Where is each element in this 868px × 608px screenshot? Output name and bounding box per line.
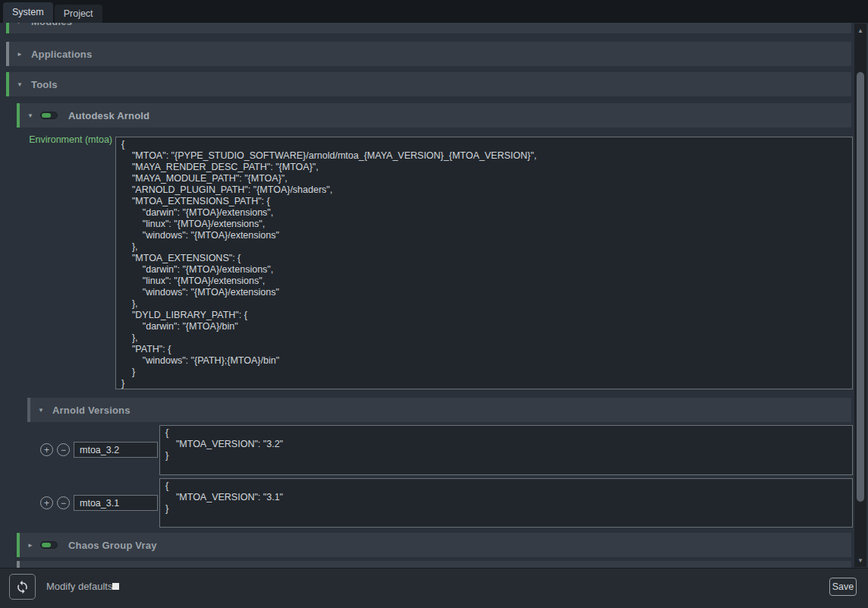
section-title-chaos-group-vray: Chaos Group Vray [68, 540, 157, 551]
footer-bar [0, 568, 868, 608]
scroll-up-icon[interactable]: ▲ [854, 25, 866, 36]
collapse-arrow-icon: ► [17, 23, 25, 25]
modify-defaults-label: Modify defaults [46, 581, 112, 592]
version-json-editor[interactable]: { "MTOA_VERSION": "3.1" } [159, 478, 853, 528]
version-key-input[interactable] [74, 495, 158, 511]
section-title-tools: Tools [31, 79, 58, 90]
section-title-applications: Applications [31, 49, 92, 60]
section-header-applications[interactable]: ► Applications [6, 42, 851, 66]
section-header-chaos-group-vray[interactable]: ► Chaos Group Vray [17, 533, 851, 557]
section-title-autodesk-arnold: Autodesk Arnold [68, 110, 149, 121]
expand-arrow-icon: ▼ [38, 407, 46, 414]
vray-enabled-toggle[interactable] [40, 541, 58, 549]
modify-defaults-checkbox[interactable] [112, 583, 119, 590]
toggle-knob [42, 543, 51, 547]
section-header-modules[interactable]: ► Modules [6, 23, 851, 33]
remove-item-button[interactable]: − [57, 496, 70, 509]
section-header-tools[interactable]: ▼ Tools [6, 72, 851, 96]
section-header-arnold-versions[interactable]: ▼ Arnold Versions [27, 398, 851, 422]
clipped-next-section-header[interactable] [17, 561, 851, 568]
vertical-scrollbar[interactable]: ▲ ▼ [854, 24, 866, 567]
settings-scroll-area: ► Modules ► Applications ▼ Tools ▼ Autod… [0, 23, 868, 568]
save-button[interactable]: Save [829, 578, 857, 596]
settings-window: System Project ► Modules ► Applications … [0, 0, 868, 608]
tab-system[interactable]: System [3, 2, 53, 23]
scrollbar-thumb[interactable] [857, 72, 864, 502]
sync-icon [15, 580, 30, 594]
scroll-down-icon[interactable]: ▼ [854, 555, 866, 565]
section-header-autodesk-arnold[interactable]: ▼ Autodesk Arnold [17, 103, 851, 128]
add-item-button[interactable]: + [40, 496, 53, 509]
collapse-arrow-icon: ► [17, 51, 25, 58]
environment-mtoa-label: Environment (mtoa) [6, 134, 112, 145]
section-title-arnold-versions: Arnold Versions [52, 405, 131, 416]
expand-arrow-icon: ▼ [27, 112, 36, 119]
collapse-arrow-icon: ► [27, 542, 36, 549]
tab-project[interactable]: Project [55, 5, 102, 23]
refresh-button[interactable] [9, 574, 36, 600]
version-key-input[interactable] [74, 442, 158, 458]
expand-arrow-icon: ▼ [17, 81, 25, 88]
toggle-knob [42, 113, 51, 118]
section-title-modules: Modules [31, 23, 72, 27]
add-item-button[interactable]: + [40, 443, 53, 456]
arnold-enabled-toggle[interactable] [40, 112, 58, 119]
version-json-editor[interactable]: { "MTOA_VERSION": "3.2" } [159, 425, 853, 475]
tab-bar: System Project [0, 0, 868, 23]
remove-item-button[interactable]: − [57, 443, 70, 456]
environment-json-editor[interactable]: { "MTOA": "{PYPE_STUDIO_SOFTWARE}/arnold… [115, 137, 853, 389]
